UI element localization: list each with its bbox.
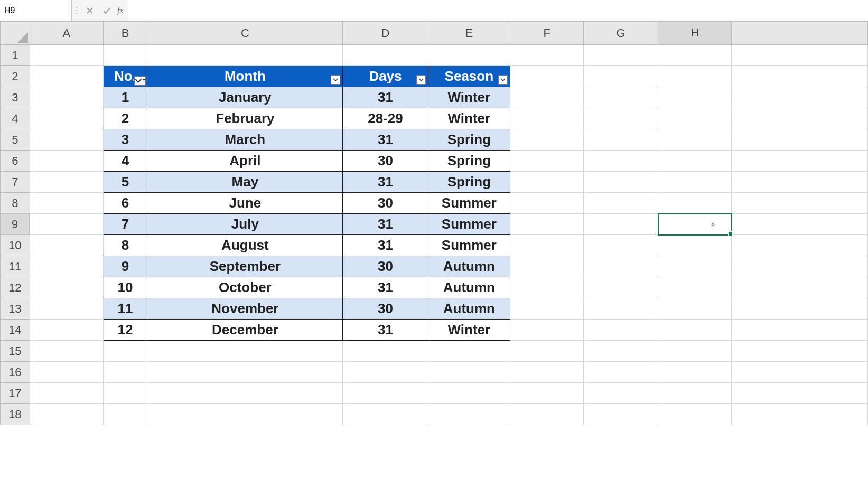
- cell-H2[interactable]: [658, 66, 732, 87]
- cell-H4[interactable]: [658, 108, 732, 129]
- row-header-13[interactable]: 13: [1, 298, 30, 320]
- formula-bar-handle[interactable]: ⋮: [72, 0, 81, 21]
- cell-F9[interactable]: [510, 214, 584, 235]
- cell-F18[interactable]: [510, 404, 584, 425]
- cell-C9[interactable]: July: [147, 214, 343, 235]
- cell-F3[interactable]: [510, 87, 584, 108]
- cell-E16[interactable]: [428, 362, 510, 383]
- cell-G12[interactable]: [584, 277, 658, 298]
- cell-F17[interactable]: [510, 383, 584, 404]
- cell-C4[interactable]: February: [147, 108, 343, 129]
- cell-H11[interactable]: [658, 256, 732, 277]
- cell-_overflow8[interactable]: [732, 193, 868, 214]
- cell-A1[interactable]: [30, 45, 103, 66]
- cell-C16[interactable]: [147, 362, 343, 383]
- col-header-G[interactable]: G: [584, 22, 658, 45]
- cell-_overflow12[interactable]: [732, 277, 868, 298]
- cell-B1[interactable]: [103, 45, 147, 66]
- cell-A9[interactable]: [30, 214, 103, 235]
- cell-B8[interactable]: 6: [103, 193, 147, 214]
- cell-E8[interactable]: Summer: [428, 193, 510, 214]
- row-header-3[interactable]: 3: [1, 87, 30, 108]
- spreadsheet-grid[interactable]: A B C D E F G H 12No.TMonthDaysSeason31J…: [0, 21, 868, 488]
- row-header-11[interactable]: 11: [1, 256, 30, 277]
- cell-E7[interactable]: Spring: [428, 172, 510, 193]
- cell-D16[interactable]: [343, 362, 428, 383]
- cell-G4[interactable]: [584, 108, 658, 129]
- cell-_overflow1[interactable]: [732, 45, 868, 66]
- cell-H3[interactable]: [658, 87, 732, 108]
- cell-F12[interactable]: [510, 277, 584, 298]
- cell-F13[interactable]: [510, 298, 584, 320]
- cell-C15[interactable]: [147, 341, 343, 362]
- cell-E10[interactable]: Summer: [428, 235, 510, 256]
- col-header-H[interactable]: H: [658, 22, 732, 45]
- cell-_overflow10[interactable]: [732, 235, 868, 256]
- cell-F16[interactable]: [510, 362, 584, 383]
- row-header-7[interactable]: 7: [1, 172, 30, 193]
- row-header-6[interactable]: 6: [1, 151, 30, 172]
- cell-F8[interactable]: [510, 193, 584, 214]
- cell-D3[interactable]: 31: [343, 87, 428, 108]
- cell-G17[interactable]: [584, 383, 658, 404]
- row-header-17[interactable]: 17: [1, 383, 30, 404]
- cell-E6[interactable]: Spring: [428, 151, 510, 172]
- cell-C7[interactable]: May: [147, 172, 343, 193]
- cell-B4[interactable]: 2: [103, 108, 147, 129]
- row-header-8[interactable]: 8: [1, 193, 30, 214]
- cell-H17[interactable]: [658, 383, 732, 404]
- cell-G15[interactable]: [584, 341, 658, 362]
- cell-G3[interactable]: [584, 87, 658, 108]
- col-header-D[interactable]: D: [343, 22, 428, 45]
- cell-_overflow11[interactable]: [732, 256, 868, 277]
- cell-B3[interactable]: 1: [103, 87, 147, 108]
- cell-_overflow5[interactable]: [732, 129, 868, 151]
- cell-G13[interactable]: [584, 298, 658, 320]
- cell-_overflow13[interactable]: [732, 298, 868, 320]
- cell-C12[interactable]: October: [147, 277, 343, 298]
- cell-E13[interactable]: Autumn: [428, 298, 510, 320]
- filter-dropdown-button[interactable]: [416, 75, 426, 85]
- filter-dropdown-button[interactable]: [498, 75, 508, 85]
- cell-G18[interactable]: [584, 404, 658, 425]
- cell-H8[interactable]: [658, 193, 732, 214]
- formula-input[interactable]: [128, 6, 868, 15]
- cell-E5[interactable]: Spring: [428, 129, 510, 151]
- cell-B9[interactable]: 7: [103, 214, 147, 235]
- cell-_overflow4[interactable]: [732, 108, 868, 129]
- cell-B5[interactable]: 3: [103, 129, 147, 151]
- cell-A8[interactable]: [30, 193, 103, 214]
- row-header-12[interactable]: 12: [1, 277, 30, 298]
- cell-A10[interactable]: [30, 235, 103, 256]
- cell-A16[interactable]: [30, 362, 103, 383]
- cell-_overflow17[interactable]: [732, 383, 868, 404]
- cell-D6[interactable]: 30: [343, 151, 428, 172]
- row-header-5[interactable]: 5: [1, 129, 30, 151]
- cell-F4[interactable]: [510, 108, 584, 129]
- cell-B2[interactable]: No.T: [103, 66, 147, 87]
- cell-A7[interactable]: [30, 172, 103, 193]
- cell-A15[interactable]: [30, 341, 103, 362]
- cell-G2[interactable]: [584, 66, 658, 87]
- cell-H10[interactable]: [658, 235, 732, 256]
- cell-B11[interactable]: 9: [103, 256, 147, 277]
- cell-C6[interactable]: April: [147, 151, 343, 172]
- cell-E15[interactable]: [428, 341, 510, 362]
- cell-_overflow6[interactable]: [732, 151, 868, 172]
- cell-B7[interactable]: 5: [103, 172, 147, 193]
- cell-C1[interactable]: [147, 45, 343, 66]
- cell-D9[interactable]: 31: [343, 214, 428, 235]
- col-header-E[interactable]: E: [428, 22, 510, 45]
- cell-C2[interactable]: Month: [147, 66, 343, 87]
- select-all-button[interactable]: [1, 22, 30, 45]
- cell-C18[interactable]: [147, 404, 343, 425]
- cell-B10[interactable]: 8: [103, 235, 147, 256]
- cell-A3[interactable]: [30, 87, 103, 108]
- cell-C17[interactable]: [147, 383, 343, 404]
- cell-C3[interactable]: January: [147, 87, 343, 108]
- cell-D17[interactable]: [343, 383, 428, 404]
- cell-B18[interactable]: [103, 404, 147, 425]
- cell-_overflow15[interactable]: [732, 341, 868, 362]
- cell-G16[interactable]: [584, 362, 658, 383]
- cell-E9[interactable]: Summer: [428, 214, 510, 235]
